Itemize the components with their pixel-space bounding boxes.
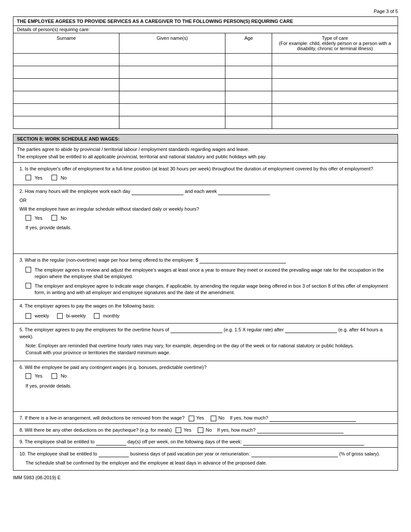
q6-details-area bbox=[19, 390, 394, 410]
cell-age-1 bbox=[225, 54, 272, 66]
q3-checkbox2[interactable] bbox=[26, 283, 31, 288]
q1-no-label: No bbox=[61, 174, 67, 182]
cell-given-1 bbox=[119, 54, 225, 66]
q3-checkbox1[interactable] bbox=[26, 267, 31, 272]
q8-amount-field[interactable] bbox=[257, 427, 344, 433]
q7-text-part1: 7. If there is a live-in arrangement, wi… bbox=[19, 415, 185, 420]
cell-surname-2 bbox=[13, 66, 119, 78]
s8-intro-line2: The employee shall be entitled to all ap… bbox=[17, 153, 394, 160]
q4-text: 4. The employer agrees to pay the wages … bbox=[19, 302, 394, 310]
q2-no-checkbox[interactable] bbox=[51, 215, 57, 221]
q3-checkbox2-row: The employer and employee agree to indic… bbox=[19, 282, 394, 298]
q2-irregular-text: Will the employee have an irregular sche… bbox=[19, 205, 394, 213]
q5-text-part2: (e.g. 1.5 X regular rate) after bbox=[224, 327, 284, 332]
q7-amount-field[interactable] bbox=[270, 416, 356, 422]
form-footer: IMM 5983 (08-2019) E bbox=[13, 475, 398, 480]
cell-surname-1 bbox=[13, 54, 119, 66]
q2-hours-day-field[interactable] bbox=[132, 189, 183, 195]
q5-note-line2: Consult with your province or territorie… bbox=[26, 349, 388, 356]
q2-text-part2: and each week bbox=[185, 189, 217, 194]
q5-text-part1: 5. The employer agrees to pay the employ… bbox=[19, 327, 169, 332]
q6-block: 6. Will the employee be paid any conting… bbox=[13, 361, 398, 412]
q7-yes-checkbox[interactable] bbox=[189, 416, 194, 421]
q8-yes-checkbox[interactable] bbox=[176, 427, 181, 433]
col-header-given: Given name(s) bbox=[119, 33, 225, 53]
q1-checkbox-row: Yes No bbox=[19, 173, 394, 183]
table-row bbox=[13, 54, 398, 66]
cell-given-3 bbox=[119, 79, 225, 91]
cell-given-4 bbox=[119, 91, 225, 103]
q7-block: 7. If there is a live-in arrangement, wi… bbox=[13, 412, 398, 424]
cell-surname-3 bbox=[13, 79, 119, 91]
q8-no-checkbox[interactable] bbox=[198, 427, 203, 433]
q10-text: 10. The employee shall be entitled to bu… bbox=[19, 450, 394, 458]
page-number: Page 3 of 5 bbox=[13, 9, 398, 14]
q7-no-checkbox[interactable] bbox=[211, 416, 216, 421]
q3-text-label: 3. What is the regular (non-overtime) wa… bbox=[19, 257, 198, 263]
q3-checkbox2-text: The employer and employee agree to indic… bbox=[35, 283, 394, 296]
q6-text: 6. Will the employee be paid any conting… bbox=[19, 364, 394, 371]
cell-age-2 bbox=[225, 66, 272, 78]
q5-rate-field[interactable] bbox=[285, 327, 337, 333]
q8-yes-label: Yes bbox=[183, 427, 191, 433]
q8-block: 8. Will there be any other deductions on… bbox=[13, 424, 398, 436]
q8-text: 8. Will there be any other deductions on… bbox=[19, 426, 394, 434]
q9-days-week-field[interactable] bbox=[243, 439, 364, 445]
q1-no-checkbox[interactable] bbox=[51, 175, 57, 180]
q1-yes-checkbox[interactable] bbox=[26, 175, 31, 180]
col-header-age: Age bbox=[225, 33, 272, 53]
q3-wage-field[interactable] bbox=[199, 257, 286, 263]
caregiver-title: THE EMPLOYEE AGREES TO PROVIDE SERVICES … bbox=[13, 17, 398, 26]
q5-note-line1: Note: Employer are reminded that overtim… bbox=[26, 342, 388, 349]
q4-biweekly-checkbox[interactable] bbox=[57, 313, 63, 319]
col-header-surname: Surname bbox=[13, 33, 119, 53]
table-row bbox=[13, 66, 398, 79]
cell-surname-5 bbox=[13, 104, 119, 116]
q2-text: 2. How many hours will the employee work… bbox=[19, 188, 394, 195]
cell-given-6 bbox=[119, 116, 225, 128]
cell-age-6 bbox=[225, 116, 272, 128]
table-header: Surname Given name(s) Age Type of care (… bbox=[13, 33, 398, 54]
q2-text-part1: 2. How many hours will the employee work… bbox=[19, 189, 130, 194]
q10-schedule-note: The schedule shall be confirmed by the e… bbox=[19, 457, 394, 468]
table-row bbox=[13, 79, 398, 91]
q2-block: 2. How many hours will the employee work… bbox=[13, 185, 398, 254]
cell-type-1 bbox=[272, 54, 398, 66]
cell-given-2 bbox=[119, 66, 225, 78]
q6-no-checkbox[interactable] bbox=[51, 373, 57, 379]
q4-weekly-label: weekly bbox=[35, 312, 49, 320]
q1-block: 1. Is the employer's offer of employment… bbox=[13, 163, 398, 185]
q2-yes-label: Yes bbox=[35, 215, 42, 222]
q3-checkbox1-text: The employer agrees to review and adjust… bbox=[35, 267, 394, 280]
q6-yes-checkbox[interactable] bbox=[26, 373, 31, 379]
cell-given-5 bbox=[119, 104, 225, 116]
q3-text: 3. What is the regular (non-overtime) wa… bbox=[19, 256, 394, 264]
q2-yes-checkbox[interactable] bbox=[26, 215, 31, 221]
s8-header: SECTION 8: WORK SCHEDULE AND WAGES: bbox=[13, 135, 398, 144]
q2-hours-week-field[interactable] bbox=[218, 189, 270, 195]
q10-days-field[interactable] bbox=[99, 451, 129, 457]
q3-block: 3. What is the regular (non-overtime) wa… bbox=[13, 254, 398, 300]
q1-text: 1. Is the employer's offer of employment… bbox=[19, 165, 394, 173]
q10-remuneration-field[interactable] bbox=[251, 451, 338, 457]
cell-type-5 bbox=[272, 104, 398, 116]
q5-note: Note: Employer are reminded that overtim… bbox=[19, 340, 394, 359]
q6-if-yes: If yes, provide details. bbox=[19, 381, 394, 391]
q9-text: 9. The employee shall be entitled to day… bbox=[19, 438, 394, 445]
q4-monthly-checkbox[interactable] bbox=[94, 313, 100, 319]
details-label: Details of person(s) requiring care: bbox=[13, 26, 398, 33]
s8-intro: The parties agree to abide by provincial… bbox=[13, 144, 398, 163]
q9-days-field[interactable] bbox=[96, 439, 126, 445]
q5-text: 5. The employer agrees to pay the employ… bbox=[19, 326, 394, 340]
cell-age-5 bbox=[225, 104, 272, 116]
q8-if-yes: If yes, how much? bbox=[217, 427, 256, 433]
q2-if-yes: If yes, provide details. bbox=[19, 223, 394, 232]
cell-age-4 bbox=[225, 91, 272, 103]
col-header-type: Type of care (For example: child, elderl… bbox=[272, 33, 398, 53]
q5-block: 5. The employer agrees to pay the employ… bbox=[13, 324, 398, 361]
q7-yes-label: Yes bbox=[196, 415, 204, 420]
q7-text: 7. If there is a live-in arrangement, wi… bbox=[19, 414, 394, 422]
q5-hours-field[interactable] bbox=[170, 327, 222, 333]
q6-no-label: No bbox=[61, 372, 67, 380]
q4-weekly-checkbox[interactable] bbox=[26, 313, 31, 319]
